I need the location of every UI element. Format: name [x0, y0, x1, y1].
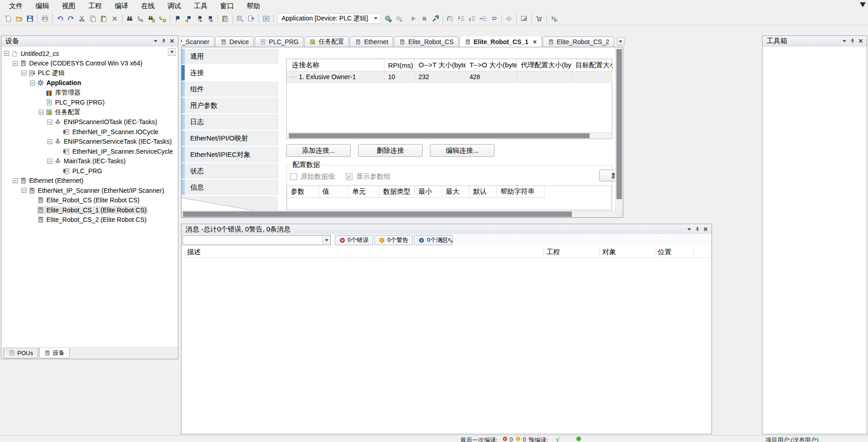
tab-p-scanner[interactable]: P_Scanner — [181, 36, 214, 47]
tree-expander[interactable]: − — [21, 188, 26, 193]
category-tab-ethernet-ipiec[interactable]: EtherNet/IPIEC对象 — [182, 147, 278, 163]
menu-item-[interactable]: 工程 — [82, 0, 108, 12]
find-objects-icon[interactable] — [146, 13, 157, 24]
tree-expander[interactable]: − — [21, 70, 26, 75]
close-icon[interactable] — [168, 37, 176, 45]
tree-expander[interactable]: − — [39, 110, 44, 115]
step-over-icon[interactable] — [445, 13, 456, 24]
login-icon[interactable] — [430, 13, 441, 24]
tree-item-ethernet-ip-scanner-iocycle[interactable]: EtherNet_IP_Scanner.IOCycle — [1, 127, 178, 137]
menu-item-[interactable]: 窗口 — [214, 0, 240, 12]
replace-objects-icon[interactable]: A — [157, 13, 168, 24]
connections-table[interactable]: 连接名称RPI(ms)O-->T 大小(byte)T-->O 大小(byte)代… — [286, 59, 612, 139]
tree-expander[interactable]: − — [13, 178, 18, 183]
tree-item-ethernet-ip-scanner-ethernet-ip-scanner[interactable]: −EtherNet_IP_Scanner (EtherNet/IP Scanne… — [1, 186, 178, 196]
delete-connection-button[interactable]: 删除连接 — [358, 144, 423, 157]
edit-connection-button[interactable]: 编辑连接... — [430, 144, 495, 157]
chevron-down-icon[interactable] — [151, 37, 160, 45]
update-check-icon[interactable] — [549, 13, 560, 24]
connections-table-hscrollbar[interactable] — [287, 132, 611, 139]
device-grid-icon[interactable] — [261, 13, 272, 24]
clear-all-messages-icon[interactable] — [445, 235, 454, 245]
tree-expander[interactable]: − — [47, 159, 52, 164]
close-icon[interactable] — [701, 225, 710, 233]
start-icon[interactable] — [408, 13, 419, 24]
filter-button-0[interactable]: 0个错误 — [335, 235, 373, 245]
tree-item-ethernet-ethernet[interactable]: −Ethernet (Ethernet) — [1, 176, 178, 186]
tab-elite-robot-cs-2[interactable]: Elite_Robot_CS_2 — [543, 36, 614, 47]
bottom-tab-[interactable]: 设备 — [39, 348, 70, 358]
menu-item-[interactable]: 帮助 — [240, 0, 267, 12]
step-out-icon[interactable] — [467, 13, 478, 24]
new-file-icon[interactable] — [3, 13, 14, 24]
chevron-down-icon[interactable] — [685, 225, 693, 233]
save-icon[interactable] — [25, 13, 35, 24]
filter-button-0[interactable]: 0个警告 — [374, 235, 413, 245]
tree-item-enipscannerservicetask-iec-tasks[interactable]: −ENIPScannerServiceTask (IEC-Tasks) — [1, 137, 178, 147]
tree-item-plc[interactable]: −PLC 逻辑 — [1, 68, 178, 78]
message-filter-combobox[interactable] — [182, 235, 331, 245]
print-icon[interactable] — [40, 13, 50, 24]
scrollbar-thumb[interactable] — [289, 133, 590, 138]
pin-icon[interactable] — [848, 37, 857, 45]
copy-icon[interactable] — [87, 13, 98, 24]
tree-options-dropdown[interactable] — [168, 48, 176, 56]
bookmark-toggle-icon[interactable] — [172, 13, 183, 24]
column-header-[interactable]: 默认 — [469, 186, 497, 198]
tree-item-enipscanneriotask-iec-tasks[interactable]: −ENIPScannerIOTask (IEC-Tasks) — [1, 117, 178, 127]
bookmark-clear-icon[interactable] — [205, 13, 216, 24]
bottom-tab-pous[interactable]: POUs — [4, 348, 38, 358]
tree-item-maintask-iec-tasks[interactable]: −MainTask (IEC-Tasks) — [1, 156, 178, 166]
open-project-icon[interactable] — [14, 13, 25, 24]
scrollbar-thumb[interactable] — [183, 211, 572, 217]
chevron-down-icon[interactable] — [373, 14, 379, 23]
single-cycle-icon[interactable] — [489, 13, 500, 24]
device-tree[interactable]: −Untitled12_cs−Device (CODESYS Control W… — [1, 46, 178, 347]
export-icon[interactable] — [246, 13, 257, 24]
column-header-[interactable]: 数据类型 — [379, 186, 415, 198]
force-values-icon[interactable] — [534, 13, 545, 24]
category-tab-[interactable]: 组件 — [182, 81, 278, 98]
editor-hscrollbar[interactable] — [182, 211, 616, 217]
tab-elite-robot-cs-1[interactable]: Elite_Robot_CS_1× — [459, 36, 542, 47]
show-parameter-groups-checkbox[interactable]: ✓ — [346, 173, 353, 180]
scrollbar-thumb[interactable] — [616, 49, 622, 199]
tree-item-plc-prg-prg[interactable]: PLC_PRG (PRG) — [1, 98, 178, 108]
delete-icon[interactable] — [109, 13, 120, 24]
close-icon[interactable]: × — [533, 38, 537, 45]
bookmark-next-icon[interactable] — [194, 13, 205, 24]
step-into-icon[interactable] — [456, 13, 467, 24]
run-to-cursor-icon[interactable] — [504, 13, 515, 24]
menu-item-[interactable]: 调试 — [161, 0, 187, 12]
column-header-[interactable]: 最小 — [415, 186, 442, 198]
tab-ethernet[interactable]: Ethernet — [350, 36, 393, 47]
column-header-[interactable]: 单元 — [348, 186, 379, 198]
raw-data-checkbox[interactable] — [290, 173, 297, 180]
tree-item-plc-prg[interactable]: PLC_PRG — [1, 166, 178, 176]
stop-icon[interactable] — [419, 13, 430, 24]
tree-expander[interactable]: − — [4, 51, 9, 56]
tree-item-elite-robot-cs-2-elite-robot-cs[interactable]: Elite_Robot_CS_2 (Elite Robot CS) — [1, 215, 178, 225]
tree-expander[interactable]: − — [47, 120, 52, 125]
tree-item-elite-robot-cs-1-elite-robot-cs[interactable]: Elite_Robot_CS_1 (Elite Robot CS) — [1, 205, 178, 215]
add-connection-button[interactable]: 添加连接... — [286, 144, 351, 157]
column-header-[interactable]: 连接名称 — [287, 59, 384, 71]
column-header-byte[interactable]: 目标配置大小(byte) — [572, 59, 613, 71]
tree-item-[interactable]: 库管理器 — [1, 88, 178, 98]
paste-icon[interactable] — [98, 13, 109, 24]
tab-overflow-dropdown[interactable] — [617, 38, 625, 45]
column-header-rpi-ms[interactable]: RPI(ms) — [384, 59, 415, 71]
menu-item-[interactable]: 编辑 — [29, 0, 56, 12]
messages-list[interactable] — [182, 258, 712, 434]
build-icon[interactable] — [383, 13, 394, 24]
tree-item-ethernet-ip-scanner-servicecycle[interactable]: EtherNet_IP_Scanner.ServiceCycle — [1, 146, 178, 156]
column-header-[interactable]: 参数 — [287, 186, 319, 198]
column-header-[interactable]: 描述 — [187, 246, 201, 258]
menu-item-[interactable]: 文件 — [3, 0, 29, 12]
column-header-byte[interactable]: 代理配置大小(byte) — [517, 59, 572, 71]
tree-expander[interactable]: − — [47, 139, 52, 144]
redo-icon[interactable] — [66, 13, 76, 24]
category-tab-[interactable]: 通用 — [182, 49, 278, 65]
tab-[interactable]: 任务配置 — [304, 36, 349, 47]
category-tab-[interactable]: 状态 — [182, 163, 278, 180]
